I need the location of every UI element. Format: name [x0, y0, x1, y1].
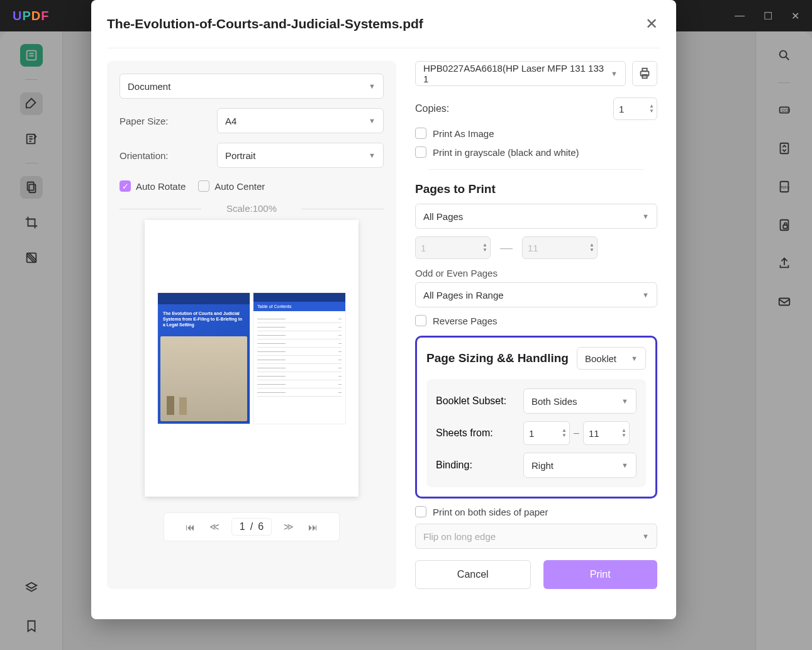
app-logo: UPDF [13, 9, 49, 23]
chevron-down-icon: ▼ [631, 355, 638, 362]
preview-page-2: Table of Contents —————————— —————————— … [253, 292, 346, 424]
print-as-image-checkbox[interactable]: Print As Image [415, 128, 657, 139]
current-page: 1 [240, 521, 245, 532]
auto-rotate-label: Auto Rotate [136, 181, 186, 192]
prev-page-button[interactable]: ≪ [207, 520, 222, 534]
checkbox-box [198, 180, 209, 192]
copies-value: 1 [619, 104, 652, 114]
booklet-subset-select[interactable]: Both Sides ▼ [523, 388, 637, 414]
scale-label: Scale:100% [120, 203, 384, 214]
copies-label: Copies: [415, 103, 449, 114]
preview-pages: The Evolution of Courts and Judicial Sys… [157, 292, 346, 424]
sheets-to-spinner[interactable]: 11 ▲▼ [583, 421, 630, 445]
orientation-value: Portrait [225, 150, 255, 161]
logo-u: U [13, 9, 22, 23]
pages-to-print-title: Pages to Print [415, 182, 657, 196]
right-panel: HPB0227A5A6618(HP Laser MFP 131 133 1 ▼ … [415, 61, 660, 589]
auto-rotate-checkbox[interactable]: ✓ Auto Rotate [120, 180, 186, 192]
grayscale-label: Print in grayscale (black and white) [433, 147, 579, 158]
binding-value: Right [531, 460, 553, 471]
dialog-header: The-Evolution-of-Courts-and-Judicial-Sys… [107, 13, 660, 48]
flip-select: Flip on long edge ▼ [415, 524, 657, 549]
spinner-arrows: ▲▼ [562, 428, 567, 438]
minimize-button[interactable]: — [735, 10, 745, 22]
print-type-value: Document [128, 81, 170, 92]
last-page-button[interactable]: ⏭ [306, 521, 320, 534]
left-panel: Document ▼ Paper Size: A4 ▼ Orientation:… [107, 61, 396, 589]
reverse-pages-checkbox[interactable]: Reverse Pages [415, 315, 657, 326]
chevron-down-icon: ▼ [642, 532, 649, 540]
checkbox-box [415, 315, 426, 326]
chevron-down-icon: ▼ [621, 461, 628, 469]
cancel-button[interactable]: Cancel [415, 560, 531, 589]
range-from-value: 1 [421, 243, 485, 253]
pages-value: All Pages [423, 211, 463, 222]
next-page-button[interactable]: ≫ [281, 520, 296, 534]
spinner-arrows: ▲▼ [621, 428, 626, 438]
checkbox-box [415, 146, 426, 158]
total-pages: 6 [258, 521, 264, 532]
sheets-from-spinner[interactable]: 1 ▲▼ [523, 421, 570, 445]
orientation-select[interactable]: Portrait ▼ [217, 143, 384, 168]
chevron-down-icon: ▼ [611, 70, 618, 77]
preview-toc-title: Table of Contents [253, 302, 345, 311]
sheets-from-label: Sheets from: [436, 427, 493, 439]
checkbox-box [415, 506, 426, 517]
paper-size-select[interactable]: A4 ▼ [217, 108, 384, 133]
sheets-dash: – [574, 427, 579, 439]
chevron-down-icon: ▼ [369, 82, 375, 90]
separator [428, 169, 645, 170]
booklet-subset-label: Booklet Subset: [436, 395, 506, 407]
spinner-arrows: ▲▼ [649, 104, 654, 114]
booklet-subset-value: Both Sides [531, 396, 577, 407]
print-dialog: The-Evolution-of-Courts-and-Judicial-Sys… [91, 0, 676, 619]
preview-title-text: The Evolution of Courts and Judicial Sys… [158, 304, 250, 334]
odd-even-select[interactable]: All Pages in Range ▼ [415, 282, 657, 307]
close-window-button[interactable]: ✕ [791, 10, 799, 22]
range-dash: — [500, 241, 513, 255]
range-to-value: 11 [528, 243, 592, 253]
printer-properties-button[interactable] [632, 61, 657, 86]
range-from-spinner: 1 ▲▼ [415, 236, 491, 259]
page-sizing-value: Booklet [585, 353, 616, 364]
print-type-select[interactable]: Document ▼ [120, 74, 384, 99]
spinner-arrows: ▲▼ [482, 243, 487, 253]
auto-center-checkbox[interactable]: Auto Center [198, 180, 265, 192]
sheets-to-value: 11 [589, 428, 624, 439]
svg-rect-22 [642, 75, 647, 79]
binding-select[interactable]: Right ▼ [523, 453, 637, 478]
page-sizing-title: Page Sizing && Handling [426, 351, 569, 365]
print-as-image-label: Print As Image [433, 128, 494, 139]
checkbox-box: ✓ [120, 180, 131, 192]
pages-select[interactable]: All Pages ▼ [415, 204, 657, 229]
dialog-title: The-Evolution-of-Courts-and-Judicial-Sys… [107, 16, 423, 31]
svg-rect-21 [642, 69, 647, 72]
printer-select[interactable]: HPB0227A5A6618(HP Laser MFP 131 133 1 ▼ [415, 61, 626, 86]
both-sides-checkbox[interactable]: Print on both sides of paper [415, 506, 657, 517]
orientation-label: Orientation: [120, 150, 208, 161]
chevron-down-icon: ▼ [369, 117, 375, 124]
binding-label: Binding: [436, 460, 472, 471]
odd-even-label: Odd or Even Pages [415, 268, 657, 278]
maximize-button[interactable]: ☐ [764, 10, 772, 22]
copies-spinner[interactable]: 1 ▲▼ [613, 97, 657, 120]
page-sizing-select[interactable]: Booklet ▼ [577, 347, 646, 370]
preview-page-1: The Evolution of Courts and Judicial Sys… [157, 292, 250, 424]
page-sep: / [250, 521, 253, 532]
grayscale-checkbox[interactable]: Print in grayscale (black and white) [415, 146, 657, 158]
logo-p: P [22, 9, 31, 23]
page-indicator[interactable]: 1 / 6 [231, 518, 272, 536]
logo-f: F [41, 9, 49, 23]
booklet-settings: Booklet Subset: Both Sides ▼ Sheets from… [426, 379, 646, 487]
printer-value: HPB0227A5A6618(HP Laser MFP 131 133 1 [423, 63, 611, 84]
checkbox-box [415, 128, 426, 139]
print-button[interactable]: Print [543, 560, 658, 589]
reverse-pages-label: Reverse Pages [433, 316, 498, 326]
page-sizing-highlight: Page Sizing && Handling Booklet ▼ Bookle… [415, 336, 657, 499]
preview-pager: ⏮ ≪ 1 / 6 ≫ ⏭ [164, 512, 340, 541]
first-page-button[interactable]: ⏮ [183, 521, 197, 534]
auto-center-label: Auto Center [214, 181, 265, 192]
paper-size-label: Paper Size: [120, 116, 208, 126]
print-preview: The Evolution of Courts and Judicial Sys… [145, 220, 359, 497]
close-dialog-button[interactable]: ✕ [643, 13, 660, 35]
